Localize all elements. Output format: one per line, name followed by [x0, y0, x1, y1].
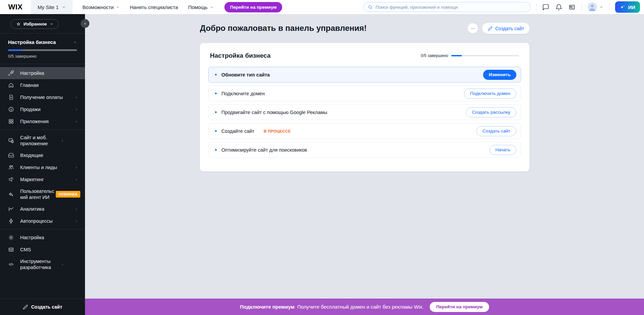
pencil-icon	[488, 26, 492, 31]
chevron-down-icon	[599, 5, 603, 9]
task-label: Создайте сайт	[221, 128, 254, 134]
create-site-label: Создать сайт	[495, 26, 524, 31]
bullet-icon	[215, 149, 217, 151]
sidebar-item-sales[interactable]: $ Продажи	[0, 103, 85, 115]
sidebar-item-apps[interactable]: Приложения	[0, 115, 85, 127]
card-progress-text: 0/5 завершено	[421, 53, 448, 58]
card-header: Настройка бизнеса 0/5 завершено	[200, 43, 529, 65]
search-input[interactable]	[376, 5, 526, 10]
bullet-icon	[215, 93, 217, 94]
ai-button-label: ИИ	[628, 4, 635, 10]
task-action-button[interactable]: Подключить домен	[464, 89, 516, 99]
task-update-site-type[interactable]: Обновите тип сайта Изменить	[208, 67, 521, 83]
notifications-bell-icon[interactable]	[555, 3, 563, 11]
updates-feed-icon[interactable]	[568, 3, 576, 11]
gear-icon	[8, 234, 14, 241]
sidebar-item-contacts[interactable]: Клиенты и лиды	[0, 161, 85, 173]
more-options-button[interactable]	[468, 23, 478, 34]
sidebar-create-site-button[interactable]: Создать сайт	[0, 299, 85, 315]
sidebar-item-label: Аналитика	[20, 206, 69, 212]
bullet-icon	[215, 130, 217, 132]
sidebar-create-site-label: Создать сайт	[31, 304, 62, 310]
task-label: Подключите домен	[221, 91, 265, 96]
nav-help-label: Помощь	[188, 4, 208, 10]
sidebar-collapse-button[interactable]	[81, 19, 89, 28]
code-icon	[8, 261, 14, 267]
inbox-icon	[8, 152, 14, 158]
wix-logo[interactable]: WIX	[0, 3, 31, 11]
sidebar-item-dev-tools[interactable]: Инструменты разработчика	[0, 256, 85, 273]
star-icon	[16, 22, 21, 27]
sidebar-item-label: Приложения	[20, 118, 69, 124]
task-action-button[interactable]: Изменить	[483, 70, 516, 80]
nav-help[interactable]: Помощь	[188, 4, 214, 10]
ai-sparkles-icon	[620, 4, 626, 10]
sidebar-item-ai-agent[interactable]: Пользовательский агент ИИ НОВИНКА	[0, 186, 85, 203]
ai-assistant-button[interactable]: ИИ	[615, 1, 640, 13]
sidebar-item-setup[interactable]: Настройка	[0, 67, 85, 79]
sidebar-item-cms[interactable]: CMS	[0, 244, 85, 256]
sidebar-item-settings[interactable]: Настройка	[0, 231, 85, 244]
sidebar-item-inbox[interactable]: Входящие	[0, 149, 85, 161]
setup-progress-fill	[8, 49, 23, 51]
sidebar-item-label: Главная	[20, 82, 78, 88]
sidebar-item-payments[interactable]: $ Получение оплаты	[0, 91, 85, 103]
devices-icon	[8, 138, 14, 144]
nav-features-label: Возможности	[83, 4, 114, 10]
divider	[609, 3, 609, 11]
dollar-circle-icon: $	[8, 106, 14, 112]
nav-features[interactable]: Возможности	[83, 4, 120, 10]
task-google-ads[interactable]: Продвигайте сайт с помощью Google Реклам…	[208, 104, 521, 120]
card-progress-bar	[451, 55, 519, 56]
sidebar-item-home[interactable]: Главная	[0, 79, 85, 91]
sidebar-item-analytics[interactable]: Аналитика	[0, 203, 85, 215]
divider	[0, 229, 85, 229]
chevron-right-icon	[75, 96, 78, 99]
task-action-button[interactable]: Создать сайт	[476, 126, 516, 136]
task-connect-domain[interactable]: Подключите домен Подключить домен	[208, 86, 521, 101]
top-navigation: Возможности Нанять специалиста Помощь	[83, 4, 214, 10]
topbar: WIX My Site 1 Возможности Нанять специал…	[0, 0, 644, 14]
upgrade-premium-button[interactable]: Перейти на премиум	[224, 2, 283, 12]
sidebar-item-site-and-app[interactable]: Сайт и моб. приложение	[0, 132, 85, 149]
account-menu[interactable]	[588, 2, 603, 12]
setup-progress-bar	[8, 49, 77, 51]
sidebar-item-automations[interactable]: Автопроцессы	[0, 215, 85, 227]
card-progress: 0/5 завершено	[421, 53, 519, 58]
create-site-button[interactable]: Создать сайт	[482, 23, 530, 34]
premium-banner-button[interactable]: Перейти на премиум	[430, 302, 489, 312]
sidebar-item-label: CMS	[20, 247, 78, 253]
topbar-right-controls: ИИ	[536, 0, 640, 14]
chevron-down-icon	[116, 5, 120, 9]
nav-hire-professional[interactable]: Нанять специалиста	[130, 4, 178, 10]
new-badge: НОВИНКА	[56, 191, 80, 198]
sidebar-item-label: Клиенты и лиды	[20, 164, 69, 170]
sidebar-item-label: Продажи	[20, 106, 69, 112]
site-selector[interactable]: My Site 1	[31, 0, 73, 14]
chevron-down-icon	[50, 22, 53, 26]
sidebar-item-marketing[interactable]: Маркетинг	[0, 173, 85, 186]
task-label: Обновите тип сайта	[221, 72, 270, 77]
contacts-icon	[8, 164, 14, 170]
ellipsis-icon	[471, 26, 475, 31]
divider	[0, 129, 85, 130]
task-label: Оптимизируйте сайт для поисковиков	[221, 147, 307, 153]
site-selector-label: My Site 1	[38, 4, 59, 10]
search-icon	[368, 4, 373, 10]
search-bar[interactable]	[363, 2, 531, 12]
business-setup-panel[interactable]: Настройка бизнеса 0/5 завершено	[0, 34, 85, 64]
divider	[582, 3, 582, 11]
task-create-site[interactable]: Создайте сайт В ПРОЦЕССЕ Создать сайт	[208, 123, 521, 139]
task-label: Продвигайте сайт с помощью Google Реклам…	[221, 110, 327, 115]
bullet-icon	[215, 74, 217, 75]
task-seo-optimize[interactable]: Оптимизируйте сайт для поисковиков Начат…	[208, 142, 521, 158]
chevron-right-icon	[60, 139, 64, 143]
premium-banner-bold: Подключите премиум	[240, 304, 294, 310]
task-action-button[interactable]: Создать рассылку	[466, 107, 516, 117]
invoice-icon: $	[8, 94, 14, 100]
favorites-dropdown[interactable]: Избранное	[11, 19, 59, 29]
analytics-icon	[8, 206, 14, 212]
task-action-button[interactable]: Начать	[489, 145, 516, 155]
chat-icon[interactable]	[542, 3, 550, 11]
chevron-right-icon	[73, 40, 77, 44]
